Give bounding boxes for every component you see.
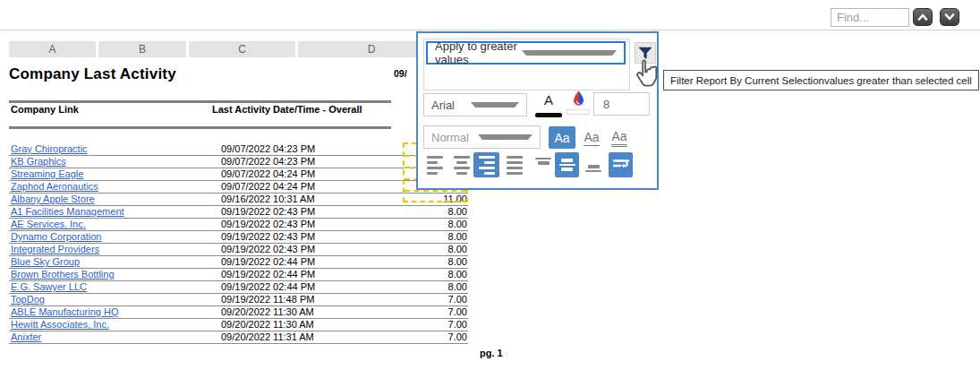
table-row: Integrated Providers 09/19/2022 02:43 PM… — [9, 244, 468, 256]
valign-middle-button[interactable] — [555, 152, 579, 177]
find-previous-button[interactable] — [913, 8, 933, 26]
valign-bottom-button[interactable] — [583, 152, 604, 177]
company-link[interactable]: Brown Brothers Bottling — [11, 269, 115, 280]
activity-datetime: 09/19/2022 02:43 PM — [221, 206, 315, 217]
table-row: E.G. Sawyer LLC 09/19/2022 02:44 PM 8.00 — [9, 281, 468, 294]
table-row: Albany Apple Store 09/16/2022 10:31 AM 1… — [9, 194, 468, 206]
activity-value: 8.00 — [448, 281, 467, 292]
company-link[interactable]: Zaphod Aeronautics — [11, 181, 98, 192]
activity-datetime: 09/20/2022 11:30 AM — [221, 319, 314, 330]
table-header-rule-bottom — [9, 126, 391, 129]
company-link[interactable]: Blue Sky Group — [11, 256, 80, 267]
company-link[interactable]: A1 Facilities Management — [11, 206, 124, 217]
column-header-b[interactable]: B — [98, 41, 186, 57]
report-table-body: Gray Chiropractic 09/07/2022 04:23 PM KB… — [9, 143, 468, 344]
valign-middle-icon — [558, 157, 576, 173]
activity-value: 7.00 — [448, 331, 467, 342]
font-size-input[interactable]: 8 — [593, 92, 650, 116]
activity-datetime: 09/07/2022 04:23 PM — [221, 156, 315, 167]
activity-datetime: 09/19/2022 02:43 PM — [221, 219, 315, 229]
apply-values-dropdown[interactable]: Apply to greater values — [426, 41, 626, 65]
company-link[interactable]: Gray Chiropractic — [11, 143, 88, 154]
company-link[interactable]: AE Services, Inc. — [11, 219, 86, 229]
valign-top-icon — [534, 157, 552, 173]
align-justify-icon — [507, 154, 523, 176]
chevron-down-icon — [943, 13, 956, 22]
font-color-letter: A — [544, 91, 553, 109]
activity-value: 8.00 — [448, 256, 467, 267]
font-color-button[interactable]: A — [533, 90, 565, 125]
activity-datetime: 09/16/2022 10:31 AM — [221, 194, 315, 204]
table-row: TopDog 09/19/2022 11:48 PM 7.00 — [9, 294, 468, 306]
company-link[interactable]: Hewitt Associates, Inc. — [11, 319, 109, 330]
align-center-icon — [454, 154, 470, 176]
activity-datetime: 09/19/2022 02:44 PM — [221, 269, 315, 280]
company-link[interactable]: Dynamo Corporation — [11, 231, 102, 242]
text-wrap-icon — [612, 158, 630, 172]
activity-datetime: 09/07/2022 04:24 PM — [221, 181, 315, 192]
table-row: KB Graphics 09/07/2022 04:23 PM — [9, 156, 468, 168]
fill-color-button[interactable] — [565, 90, 592, 125]
page-number: pg. 1 — [480, 348, 503, 358]
filter-format-panel: Apply to greater values Arial A — [416, 31, 659, 190]
company-link[interactable]: Anixter — [11, 331, 41, 342]
fill-color-swatch — [567, 109, 590, 115]
double-underline-label: Aa — [611, 129, 626, 147]
chevron-down-icon — [478, 134, 533, 140]
company-link[interactable]: E.G. Sawyer LLC — [11, 281, 87, 292]
text-case-button[interactable]: Aa — [549, 126, 575, 149]
activity-datetime: 09/19/2022 11:48 PM — [221, 294, 314, 305]
align-justify-button[interactable] — [503, 152, 526, 177]
style-dropdown[interactable]: Normal — [423, 125, 541, 149]
font-family-value: Arial — [431, 99, 471, 112]
table-row: Blue Sky Group 09/19/2022 02:44 PM 8.00 — [9, 256, 468, 269]
table-header-rule-top — [9, 100, 391, 103]
activity-value: 8.00 — [448, 206, 467, 217]
find-input[interactable] — [831, 8, 909, 27]
company-link[interactable]: TopDog — [11, 294, 45, 305]
align-right-button[interactable] — [473, 152, 499, 177]
align-center-button[interactable] — [450, 152, 473, 177]
apply-values-dropdown-value: Apply to greater values — [435, 39, 522, 66]
activity-datetime: 09/07/2022 04:23 PM — [221, 143, 315, 154]
company-link[interactable]: Albany Apple Store — [11, 194, 95, 204]
activity-datetime: 09/20/2022 11:31 AM — [221, 331, 314, 342]
font-color-swatch — [535, 113, 562, 117]
table-row: ABLE Manufacturing HQ 09/20/2022 11:30 A… — [9, 306, 468, 319]
underline-label: Aa — [584, 130, 599, 146]
filter-tooltip: Filter Report By Current Selectionvalues… — [663, 70, 979, 90]
find-next-button[interactable] — [940, 8, 959, 26]
filter-funnel-icon — [637, 46, 653, 61]
activity-value: 8.00 — [448, 231, 467, 242]
align-right-icon — [479, 154, 495, 176]
text-wrap-button[interactable] — [609, 152, 633, 177]
column-header-a[interactable]: A — [9, 41, 96, 57]
table-row: Gray Chiropractic 09/07/2022 04:23 PM — [9, 143, 468, 156]
activity-value: 7.00 — [448, 294, 467, 305]
activity-datetime: 09/19/2022 02:44 PM — [221, 256, 315, 267]
toolbar-separator — [0, 30, 980, 30]
company-link[interactable]: ABLE Manufacturing HQ — [11, 306, 118, 317]
activity-datetime: 09/19/2022 02:44 PM — [221, 281, 315, 292]
align-left-button[interactable] — [423, 152, 447, 177]
table-row: Streaming Eagle 09/07/2022 04:24 PM — [9, 168, 468, 181]
company-link[interactable]: KB Graphics — [11, 156, 66, 167]
activity-datetime: 09/20/2022 11:30 AM — [221, 306, 314, 317]
filter-report-button[interactable] — [635, 42, 656, 64]
activity-value: 7.00 — [448, 319, 467, 330]
double-underline-button[interactable]: Aa — [608, 126, 631, 149]
activity-value: 7.00 — [448, 306, 467, 317]
style-dropdown-value: Normal — [431, 131, 478, 144]
table-row: Dynamo Corporation 09/19/2022 02:43 PM 8… — [9, 231, 468, 244]
underline-button[interactable]: Aa — [580, 126, 603, 149]
font-family-dropdown[interactable]: Arial — [423, 93, 527, 116]
valign-top-button[interactable] — [533, 152, 554, 177]
valign-bottom-icon — [584, 157, 602, 173]
chevron-down-icon — [522, 50, 618, 56]
activity-value: 8.00 — [448, 244, 467, 254]
activity-value: 8.00 — [448, 219, 467, 229]
table-row: A1 Facilities Management 09/19/2022 02:4… — [9, 206, 468, 219]
company-link[interactable]: Streaming Eagle — [11, 168, 83, 179]
company-link[interactable]: Integrated Providers — [11, 244, 99, 254]
column-header-c[interactable]: C — [189, 41, 295, 57]
